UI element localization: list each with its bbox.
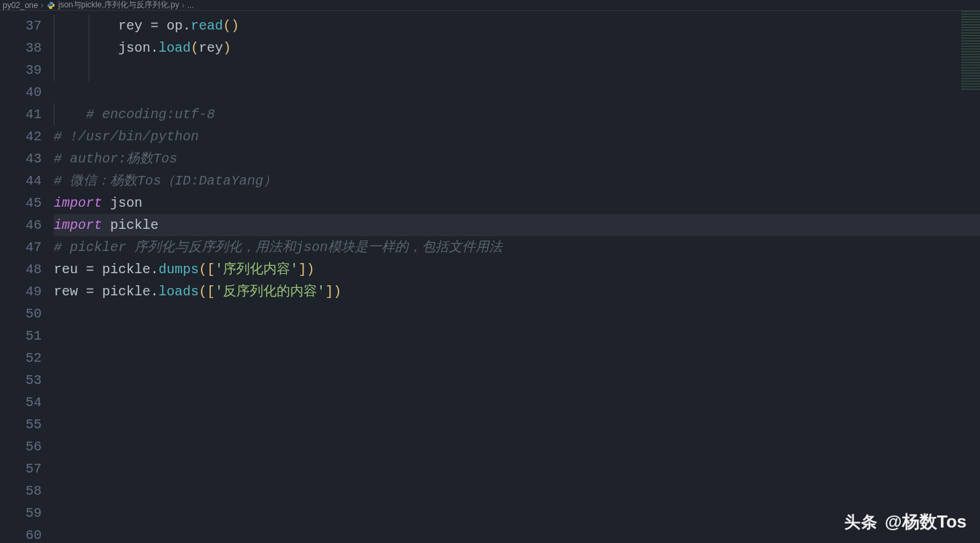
line-number: 38 <box>0 37 54 59</box>
code-line[interactable] <box>54 458 980 480</box>
code-token: '序列化内容' <box>215 262 298 277</box>
code-token: . <box>150 262 159 277</box>
code-token: pickle <box>102 284 150 299</box>
code-line[interactable] <box>54 303 980 325</box>
code-token: # 微信：杨数Tos（ID:DataYang） <box>54 173 277 189</box>
breadcrumb-root[interactable]: py02_one <box>3 1 38 10</box>
code-token <box>54 40 118 56</box>
chevron-right-icon: › <box>41 1 44 10</box>
chevron-right-icon: › <box>182 1 185 10</box>
code-token: . <box>150 40 159 56</box>
code-line[interactable]: import pickle <box>54 214 980 236</box>
line-number: 40 <box>0 81 54 103</box>
code-token: ( <box>199 262 207 277</box>
code-token: read <box>191 18 223 34</box>
code-line[interactable] <box>54 369 980 391</box>
line-number: 37 <box>0 15 54 37</box>
breadcrumb-file[interactable]: json与pickle,序列化与反序列化.py <box>58 0 179 11</box>
line-number: 51 <box>0 325 54 347</box>
code-token: dumps <box>159 262 199 277</box>
code-token: ) <box>223 40 231 56</box>
code-line[interactable] <box>54 480 980 502</box>
code-line[interactable]: # author:杨数Tos <box>54 148 980 170</box>
code-token: reu <box>54 262 86 277</box>
code-line[interactable] <box>54 59 980 81</box>
code-token: () <box>223 18 239 34</box>
line-number: 50 <box>0 303 54 325</box>
code-token: json <box>118 40 150 56</box>
code-token: # !/usr/bin/python <box>54 129 199 144</box>
code-line[interactable] <box>54 325 980 347</box>
code-token: ( <box>199 284 207 299</box>
code-line[interactable]: # pickler 序列化与反序列化，用法和json模块是一样的，包括文件用法 <box>54 236 980 258</box>
code-token: ] <box>325 284 333 299</box>
code-line[interactable]: import json <box>54 192 980 214</box>
line-number: 47 <box>0 236 54 258</box>
code-token: # encoding:utf-8 <box>86 107 215 122</box>
code-token: pickle <box>102 262 150 277</box>
code-token: import <box>54 217 102 233</box>
code-token: rew <box>54 284 86 299</box>
line-number: 39 <box>0 59 54 81</box>
indent-guide <box>54 59 54 81</box>
code-token: load <box>159 40 191 56</box>
code-token: ) <box>306 262 314 277</box>
line-number-gutter: 3738394041424344454647484950515253545556… <box>0 11 54 543</box>
line-number: 48 <box>0 258 54 281</box>
code-token: op <box>167 18 183 34</box>
code-token: pickle <box>102 217 159 233</box>
breadcrumb[interactable]: py02_one › json与pickle,序列化与反序列化.py › ... <box>0 0 980 11</box>
code-line[interactable] <box>54 391 980 413</box>
code-token: rey <box>118 18 150 34</box>
code-area[interactable]: rey = op.read() json.load(rey) # encodin… <box>54 11 980 543</box>
code-line[interactable] <box>54 347 980 369</box>
code-line[interactable] <box>54 502 980 524</box>
code-token: # pickler 序列化与反序列化，用法和json模块是一样的，包括文件用法 <box>54 240 502 255</box>
code-token <box>54 107 86 122</box>
code-token: ) <box>333 284 341 299</box>
code-token: # author:杨数Tos <box>54 151 177 166</box>
code-line[interactable]: rey = op.read() <box>54 15 980 37</box>
indent-guide <box>89 59 89 81</box>
code-line[interactable] <box>54 436 980 458</box>
line-number: 49 <box>0 281 54 303</box>
line-number: 46 <box>0 214 54 236</box>
code-token: import <box>54 195 102 211</box>
code-line[interactable]: # encoding:utf-8 <box>54 103 980 126</box>
code-token <box>54 18 118 34</box>
code-line[interactable]: reu = pickle.dumps(['序列化内容']) <box>54 258 980 281</box>
python-file-icon <box>46 1 56 10</box>
code-line[interactable]: json.load(rey) <box>54 37 980 59</box>
code-token: json <box>102 195 142 211</box>
code-token: [ <box>207 284 215 299</box>
code-token: rey <box>199 40 223 56</box>
line-number: 55 <box>0 413 54 436</box>
code-line[interactable] <box>54 524 980 543</box>
line-number: 52 <box>0 347 54 369</box>
code-token: = <box>86 262 102 277</box>
line-number: 57 <box>0 458 54 480</box>
line-number: 56 <box>0 436 54 458</box>
code-line[interactable]: # !/usr/bin/python <box>54 126 980 148</box>
line-number: 58 <box>0 480 54 502</box>
code-editor[interactable]: 3738394041424344454647484950515253545556… <box>0 11 980 543</box>
code-token: = <box>86 284 102 299</box>
code-token: ] <box>298 262 306 277</box>
code-line[interactable] <box>54 413 980 436</box>
line-number: 43 <box>0 148 54 170</box>
line-number: 54 <box>0 391 54 413</box>
code-token: ( <box>191 40 199 56</box>
minimap[interactable] <box>961 11 980 91</box>
line-number: 45 <box>0 192 54 214</box>
line-number: 60 <box>0 524 54 543</box>
code-token: . <box>150 284 159 299</box>
code-line[interactable]: rew = pickle.loads(['反序列化的内容']) <box>54 281 980 303</box>
line-number: 42 <box>0 126 54 148</box>
line-number: 53 <box>0 369 54 391</box>
code-token: = <box>150 18 167 34</box>
code-line[interactable]: # 微信：杨数Tos（ID:DataYang） <box>54 170 980 192</box>
code-token: [ <box>207 262 215 277</box>
breadcrumb-trail[interactable]: ... <box>187 1 194 10</box>
code-token: . <box>183 18 191 34</box>
code-line[interactable] <box>54 81 980 103</box>
